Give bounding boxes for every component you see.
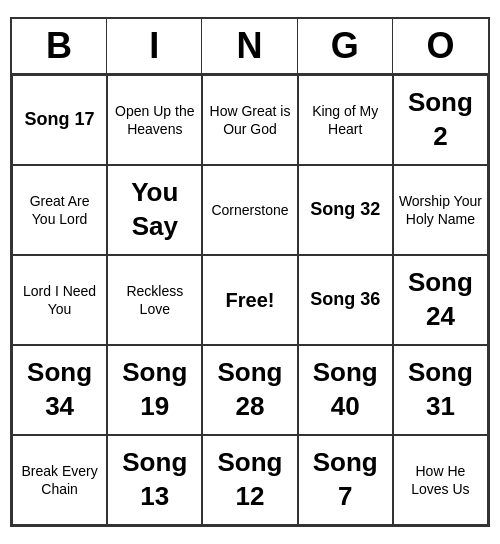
- bingo-cell-16: Song 19: [107, 345, 202, 435]
- bingo-cell-11: Reckless Love: [107, 255, 202, 345]
- bingo-cell-14: Song 24: [393, 255, 488, 345]
- bingo-cell-13: Song 36: [298, 255, 393, 345]
- bingo-cell-5: Great Are You Lord: [12, 165, 107, 255]
- bingo-cell-9: Worship Your Holy Name: [393, 165, 488, 255]
- bingo-cell-6: You Say: [107, 165, 202, 255]
- bingo-card: BINGO Song 17Open Up the HeavensHow Grea…: [10, 17, 490, 527]
- bingo-cell-21: Song 13: [107, 435, 202, 525]
- bingo-cell-23: Song 7: [298, 435, 393, 525]
- bingo-cell-24: How He Loves Us: [393, 435, 488, 525]
- bingo-cell-22: Song 12: [202, 435, 297, 525]
- bingo-letter-n: N: [202, 19, 297, 73]
- bingo-cell-10: Lord I Need You: [12, 255, 107, 345]
- bingo-cell-15: Song 34: [12, 345, 107, 435]
- bingo-cell-7: Cornerstone: [202, 165, 297, 255]
- bingo-cell-2: How Great is Our God: [202, 75, 297, 165]
- bingo-grid: Song 17Open Up the HeavensHow Great is O…: [12, 75, 488, 525]
- bingo-cell-3: King of My Heart: [298, 75, 393, 165]
- bingo-cell-0: Song 17: [12, 75, 107, 165]
- bingo-cell-12: Free!: [202, 255, 297, 345]
- bingo-letter-b: B: [12, 19, 107, 73]
- bingo-cell-4: Song 2: [393, 75, 488, 165]
- bingo-header: BINGO: [12, 19, 488, 75]
- bingo-cell-18: Song 40: [298, 345, 393, 435]
- bingo-letter-o: O: [393, 19, 488, 73]
- bingo-cell-17: Song 28: [202, 345, 297, 435]
- bingo-cell-20: Break Every Chain: [12, 435, 107, 525]
- bingo-cell-19: Song 31: [393, 345, 488, 435]
- bingo-cell-1: Open Up the Heavens: [107, 75, 202, 165]
- bingo-cell-8: Song 32: [298, 165, 393, 255]
- bingo-letter-g: G: [298, 19, 393, 73]
- bingo-letter-i: I: [107, 19, 202, 73]
